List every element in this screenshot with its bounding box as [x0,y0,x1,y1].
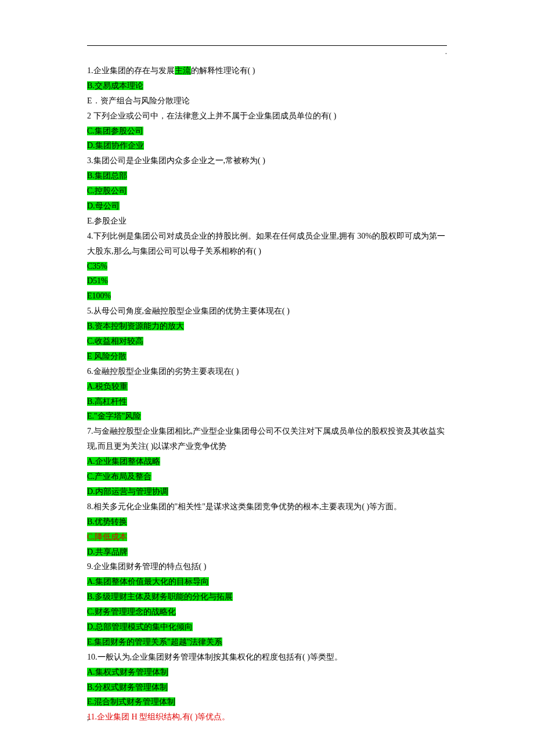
highlighted-answer: A.集团整体价值最大化的目标导向 [87,577,209,586]
text-line: A.集团整体价值最大化的目标导向 [87,574,447,589]
text-line: C35% [87,259,447,274]
footer-mark: ;. [87,711,91,724]
text-line: A.集权式财务管理体制 [87,665,447,680]
text-line: E.混合制式财务管理体制 [87,694,447,710]
text-line: D51% [87,273,447,289]
text-line: 7.与金融控股型企业集团相比,产业型企业集团母公司不仅关注对下属成员单位的股权投… [87,424,447,454]
text-line: 11.企业集团 H 型组织结构,有( )等优点。 [87,710,447,725]
highlighted-answer: A.税负较重 [87,382,128,391]
highlighted-answer: E."金字塔"风险 [87,412,141,420]
text-line: E100% [87,289,447,304]
text-line: B.多级理财主体及财务职能的分化与拓展 [87,589,447,604]
highlighted-answer: B.优势转换 [87,517,127,526]
highlighted-answer: E100% [87,291,111,300]
highlighted-answer: D51% [87,276,108,285]
text-line: 10.一般认为,企业集团财务管理体制按其集权化的程度包括有( )等类型。 [87,650,447,665]
text-line: B.交易成本理论 [87,78,447,93]
text-line: E．资产组合与风险分散理论 [87,93,447,109]
highlighted-answer: E 风险分散 [87,352,127,361]
text-line: A.企业集团整体战略 [87,454,447,469]
highlighted-answer: B.交易成本理论 [87,81,143,90]
highlighted-answer: A.企业集团整体战略 [87,457,160,466]
highlighted-answer: B.资本控制资源能力的放大 [87,322,184,330]
highlighted-answer: C.财务管理理念的战略化 [87,607,176,616]
highlighted-answer: B.高杠杆性 [87,397,127,406]
highlighted-answer: D.母公司 [87,201,120,210]
text-line: 2 下列企业或公司中，在法律意义上并不属于企业集团成员单位的有( ) [87,109,447,124]
text-line: 3.集团公司是企业集团内众多企业之一,常被称为( ) [87,153,447,168]
text-line: C.降低成本 [87,530,447,545]
text-line: D.集团协作企业 [87,138,447,153]
text-line: D.母公司 [87,199,447,214]
text-line: 5.从母公司角度,金融控股型企业集团的优势主要体现在( ) [87,304,447,319]
text-line: D.内部运营与管理协调 [87,484,447,499]
text-line: 1.企业集团的存在与发展主流的解释性理论有( ) [87,63,447,78]
text-line: 9.企业集团财务管理的特点包括( ) [87,559,447,574]
text-line: B.分权式财务管理体制 [87,680,447,695]
text-line: C.控股公司 [87,183,447,199]
highlighted-answer: B.集团总部 [87,171,127,180]
highlighted-answer: C.产业布局及整合 [87,472,151,481]
text-line: B.优势转换 [87,514,447,530]
text-line: B.集团总部 [87,168,447,183]
text-line: 6.金融控股型企业集团的劣势主要表现在( ) [87,364,447,379]
document-page: . 1.企业集团的存在与发展主流的解释性理论有( )B.交易成本理论E．资产组合… [0,0,534,756]
text-line: A.税负较重 [87,379,447,394]
highlighted-answer: E.混合制式财务管理体制 [87,697,175,706]
text-line: C.财务管理理念的战略化 [87,604,447,620]
text-line: E 风险分散 [87,349,447,364]
text-line: C.产业布局及整合 [87,469,447,484]
text-line: D.总部管理模式的集中化倾向 [87,620,447,635]
highlighted-answer: C.集团参股公司 [87,127,143,135]
text-line: D.共享品牌 [87,545,447,560]
header-dot: . [445,45,447,58]
document-body: 1.企业集团的存在与发展主流的解释性理论有( )B.交易成本理论E．资产组合与风… [87,63,447,725]
text-line: C.集团参股公司 [87,124,447,139]
highlighted-answer: B.多级理财主体及财务职能的分化与拓展 [87,592,233,601]
highlighted-answer: D.总部管理模式的集中化倾向 [87,622,193,631]
highlighted-fragment: 主流 [175,66,191,75]
text-fragment: 1.企业集团的存在与发展 [87,66,175,75]
highlighted-answer: C.控股公司 [87,186,127,195]
text-line: B.资本控制资源能力的放大 [87,319,447,334]
header-rule [87,45,447,46]
highlighted-answer-red: C.降低成本 [87,532,127,541]
highlighted-answer: E.集团财务的管理关系"超越"法律关系 [87,638,222,646]
text-line: E."金字塔"风险 [87,409,447,424]
text-line: C.收益相对较高 [87,334,447,349]
highlighted-answer: C35% [87,262,107,271]
highlighted-answer: D.集团协作企业 [87,141,144,150]
text-line: B.高杠杆性 [87,394,447,409]
text-line: 4.下列比例是集团公司对成员企业的持股比例。如果在任何成员企业里,拥有 30%的… [87,229,447,259]
text-line: E.集团财务的管理关系"超越"法律关系 [87,635,447,650]
highlighted-answer: B.分权式财务管理体制 [87,683,168,692]
highlighted-answer: D.共享品牌 [87,548,128,556]
text-fragment: 的解释性理论有( ) [191,66,255,75]
highlighted-answer: D.内部运营与管理协调 [87,487,168,496]
highlighted-answer: A.集权式财务管理体制 [87,668,168,676]
highlighted-answer: C.收益相对较高 [87,337,143,345]
text-line: 8.相关多元化企业集团的"相关性"是谋求这类集团竞争优势的根本,主要表现为( )… [87,499,447,514]
text-line: E.参股企业 [87,214,447,229]
red-text: 11.企业集团 H 型组织结构,有( )等优点。 [87,712,230,721]
